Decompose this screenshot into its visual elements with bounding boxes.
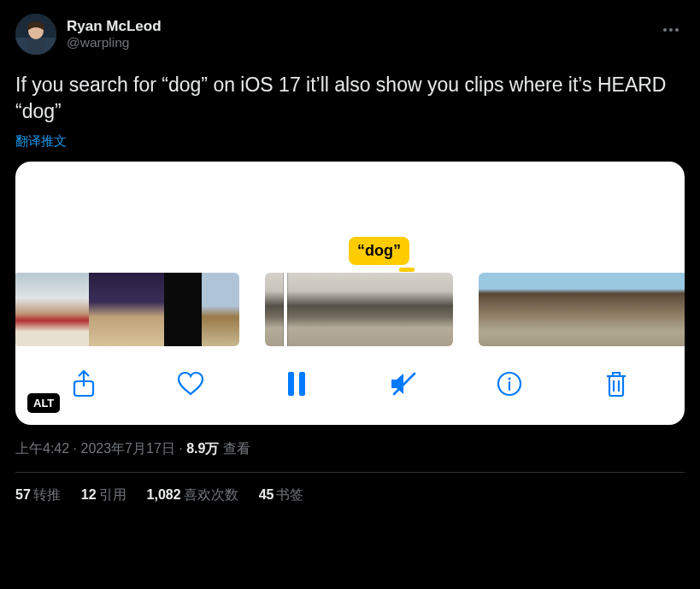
svg-rect-8 xyxy=(288,372,294,396)
playhead[interactable] xyxy=(284,273,287,346)
media-toolbar xyxy=(15,346,685,425)
clip-frame xyxy=(591,273,629,346)
quotes-stat[interactable]: 12引用 xyxy=(81,486,126,504)
tweet-time[interactable]: 上午4:42 xyxy=(15,441,69,456)
tweet-date[interactable]: 2023年7月17日 xyxy=(80,441,174,456)
svg-rect-3 xyxy=(26,39,45,55)
clip-frame xyxy=(15,273,51,346)
views-label: 查看 xyxy=(219,441,250,456)
clip-frame xyxy=(554,273,591,346)
alt-badge[interactable]: ALT xyxy=(27,393,60,413)
clip-frame xyxy=(126,273,164,346)
tweet-container: Ryan McLeod @warpling If you search for … xyxy=(0,0,700,518)
retweets-stat[interactable]: 57转推 xyxy=(15,486,61,504)
search-term-tag: “dog” xyxy=(349,237,409,265)
author-name[interactable]: Ryan McLeod xyxy=(67,18,162,35)
trash-button[interactable] xyxy=(597,365,635,403)
svg-point-4 xyxy=(663,28,667,32)
clip-frame xyxy=(479,273,516,346)
clip-frame xyxy=(667,273,685,346)
clip-group-3[interactable] xyxy=(479,273,685,346)
pause-button[interactable] xyxy=(278,365,315,403)
author-text: Ryan McLeod @warpling xyxy=(67,18,162,51)
clip-frame xyxy=(303,273,340,346)
clip-frame xyxy=(164,273,202,346)
translate-link[interactable]: 翻译推文 xyxy=(15,133,685,150)
svg-rect-9 xyxy=(299,372,305,396)
clip-group-2[interactable] xyxy=(265,273,453,346)
clip-frame xyxy=(415,273,453,346)
timeline-scrubber[interactable] xyxy=(15,273,685,346)
info-button[interactable] xyxy=(491,365,528,403)
media-card[interactable]: “dog” xyxy=(15,162,685,425)
likes-stat[interactable]: 1,082喜欢次数 xyxy=(147,486,238,504)
clip-frame xyxy=(340,273,378,346)
tweet-header: Ryan McLeod @warpling xyxy=(15,14,685,55)
timeline-wrap xyxy=(15,273,685,346)
clip-frame xyxy=(202,273,239,346)
svg-point-12 xyxy=(509,378,511,380)
author-block[interactable]: Ryan McLeod @warpling xyxy=(15,14,162,55)
more-button[interactable] xyxy=(657,14,685,39)
svg-point-6 xyxy=(675,28,679,32)
tweet-meta: 上午4:42 · 2023年7月17日 · 8.9万 查看 xyxy=(15,440,685,458)
clip-frame xyxy=(378,273,415,346)
bookmarks-stat[interactable]: 45书签 xyxy=(259,486,304,504)
clip-frame xyxy=(51,273,89,346)
mute-button[interactable] xyxy=(385,365,422,403)
views-count: 8.9万 xyxy=(186,441,219,456)
clip-group-1[interactable] xyxy=(15,273,239,346)
clip-frame xyxy=(89,273,126,346)
svg-point-5 xyxy=(669,28,673,32)
clip-frame xyxy=(629,273,667,346)
stats-row: 57转推 12引用 1,082喜欢次数 45书签 xyxy=(15,473,685,504)
tag-row: “dog” xyxy=(15,237,685,269)
author-handle[interactable]: @warpling xyxy=(67,35,162,51)
like-button[interactable] xyxy=(172,365,209,403)
timeline-highlight-marker xyxy=(399,268,415,272)
share-button[interactable] xyxy=(65,365,103,403)
tweet-text: If you search for “dog” on iOS 17 it’ll … xyxy=(15,72,685,125)
avatar[interactable] xyxy=(15,14,56,55)
clip-frame xyxy=(516,273,554,346)
media-blank-area xyxy=(15,177,685,237)
